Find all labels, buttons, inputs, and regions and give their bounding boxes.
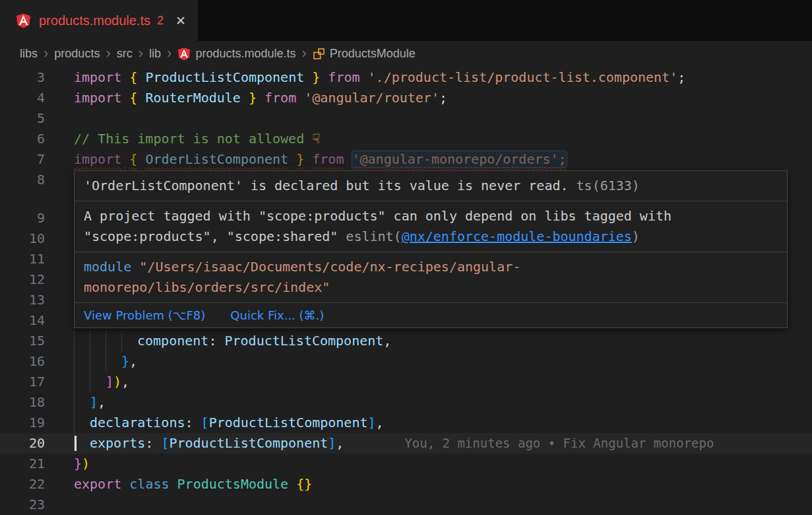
chevron-right-icon: › bbox=[161, 46, 177, 61]
breadcrumb-item-products.module.ts[interactable]: products.module.ts bbox=[177, 47, 296, 61]
code-text: ]), bbox=[74, 372, 129, 392]
code-token bbox=[241, 90, 249, 106]
line-number: 20 bbox=[0, 433, 45, 454]
code-token: ; bbox=[439, 90, 447, 106]
code-line-3[interactable]: 3import { ProductListComponent } from '.… bbox=[0, 67, 812, 88]
code-token: ProductsModule bbox=[177, 476, 289, 492]
breadcrumb-item-lib[interactable]: lib bbox=[149, 47, 161, 61]
breadcrumb: libs›products›src›lib›products.module.ts… bbox=[0, 41, 812, 66]
code-text: }) bbox=[74, 454, 90, 474]
line-number: 15 bbox=[0, 331, 45, 351]
code-token bbox=[344, 151, 352, 167]
symbol-class-icon bbox=[313, 48, 325, 60]
code-token bbox=[137, 151, 145, 167]
code-token: // This import is not allowed bbox=[74, 131, 312, 147]
code-token: from bbox=[312, 151, 344, 167]
breadcrumb-label: libs bbox=[20, 47, 38, 61]
code-line-4[interactable]: 4import { RouterModule } from '@angular/… bbox=[0, 88, 812, 108]
chevron-right-icon: › bbox=[100, 46, 116, 61]
angular-icon bbox=[177, 47, 191, 61]
code-token: OrderListComponent bbox=[145, 151, 288, 167]
code-token bbox=[296, 90, 304, 106]
chevron-right-icon: › bbox=[133, 46, 149, 61]
code-token bbox=[304, 69, 312, 85]
code-token: ☟ bbox=[312, 131, 320, 147]
breadcrumb-item-ProductsModule[interactable]: ProductsModule bbox=[313, 47, 416, 61]
chevron-right-icon: › bbox=[296, 46, 312, 61]
nx-rule-link[interactable]: @nx/enforce-module-boundaries bbox=[402, 228, 632, 244]
breadcrumb-item-libs[interactable]: libs bbox=[20, 47, 38, 61]
code-token: ] bbox=[367, 415, 375, 430]
tab-problem-count-badge: 2 bbox=[157, 14, 164, 28]
code-text: export class ProductsModule {} bbox=[74, 474, 312, 495]
hover-text: ) bbox=[632, 228, 640, 244]
highlighted-token: '@angular-monorepo/orders'; bbox=[352, 151, 567, 167]
code-line-21[interactable]: 21}) bbox=[0, 454, 812, 474]
line-number: 21 bbox=[0, 454, 45, 474]
line-number: 23 bbox=[0, 495, 45, 515]
indent-guide bbox=[74, 392, 75, 413]
hover-message: module "/Users/isaac/Documents/code/nx-r… bbox=[75, 252, 787, 303]
code-token: , bbox=[98, 394, 106, 410]
line-number: 13 bbox=[0, 290, 45, 310]
code-line-6[interactable]: 6// This import is not allowed ☟ bbox=[0, 129, 812, 149]
hover-action-bar: View Problem (⌥F8) Quick Fix... (⌘.) bbox=[75, 303, 787, 327]
text-cursor bbox=[75, 436, 77, 451]
hover-message: A project tagged with "scope:products" c… bbox=[75, 201, 787, 252]
view-problem-link[interactable]: View Problem (⌥F8) bbox=[84, 305, 205, 326]
code-token: } bbox=[74, 456, 82, 471]
git-blame-annotation: You, 2 minutes ago • Fix Angular monorep… bbox=[404, 436, 714, 450]
code-token bbox=[137, 69, 145, 85]
code-token: '@angular/router' bbox=[304, 90, 439, 106]
code-token: exports bbox=[90, 435, 145, 451]
line-number: 5 bbox=[0, 108, 45, 129]
code-line-7[interactable]: 7import { OrderListComponent } from '@an… bbox=[0, 149, 812, 170]
hover-message: 'OrderListComponent' is declared but its… bbox=[75, 171, 787, 201]
indent-guide bbox=[90, 331, 90, 351]
code-token: : bbox=[208, 333, 224, 349]
breadcrumb-item-src[interactable]: src bbox=[117, 47, 133, 61]
indent-guide bbox=[74, 351, 75, 372]
hover-text: module bbox=[84, 259, 131, 275]
breadcrumb-label: ProductsModule bbox=[330, 47, 416, 61]
tab-close-icon[interactable]: ✕ bbox=[175, 13, 186, 28]
code-editor[interactable]: 3import { ProductListComponent } from '.… bbox=[0, 66, 812, 515]
code-token: , bbox=[383, 333, 391, 349]
code-line-15[interactable]: 15component: ProductListComponent, bbox=[0, 331, 812, 351]
code-line-18[interactable]: 18], bbox=[0, 392, 812, 413]
code-line-20[interactable]: 20exports: [ProductListComponent],You, 2… bbox=[0, 433, 812, 454]
code-token: ProductListComponent bbox=[224, 333, 383, 349]
code-line-17[interactable]: 17]), bbox=[0, 372, 812, 392]
indent-guide bbox=[74, 413, 75, 433]
code-token: import bbox=[74, 151, 121, 167]
code-line-5[interactable]: 5 bbox=[0, 108, 812, 129]
tab-products-module[interactable]: products.module.ts 2 ✕ bbox=[0, 0, 198, 41]
breadcrumb-item-products[interactable]: products bbox=[54, 47, 100, 61]
code-text: import { ProductListComponent } from './… bbox=[74, 67, 685, 88]
line-number: 12 bbox=[0, 269, 45, 290]
code-token: ] bbox=[90, 394, 98, 410]
breadcrumb-label: lib bbox=[149, 47, 161, 61]
line-number: 16 bbox=[0, 351, 45, 372]
code-token bbox=[137, 90, 145, 106]
breadcrumb-label: products.module.ts bbox=[195, 47, 296, 61]
code-text: import { RouterModule } from '@angular/r… bbox=[74, 88, 447, 108]
code-token: from bbox=[265, 90, 296, 106]
indent-guide bbox=[90, 351, 90, 372]
code-line-22[interactable]: 22export class ProductsModule {} bbox=[0, 474, 812, 495]
quick-fix-link[interactable]: Quick Fix... (⌘.) bbox=[230, 305, 324, 326]
hover-text: ts(6133) bbox=[569, 178, 640, 193]
code-token: export bbox=[74, 476, 121, 492]
code-line-23[interactable]: 23 bbox=[0, 495, 812, 515]
code-line-16[interactable]: 16}, bbox=[0, 351, 812, 372]
code-token: ] bbox=[106, 374, 113, 390]
code-token bbox=[121, 476, 129, 492]
code-token bbox=[121, 90, 129, 106]
code-token: [ bbox=[201, 415, 209, 430]
code-token: { bbox=[129, 69, 137, 85]
code-line-19[interactable]: 19declarations: [ProductListComponent], bbox=[0, 413, 812, 433]
line-number: 6 bbox=[0, 129, 45, 149]
line-number: 3 bbox=[0, 67, 45, 88]
indent-guide bbox=[106, 351, 106, 372]
code-token: { bbox=[129, 151, 137, 167]
